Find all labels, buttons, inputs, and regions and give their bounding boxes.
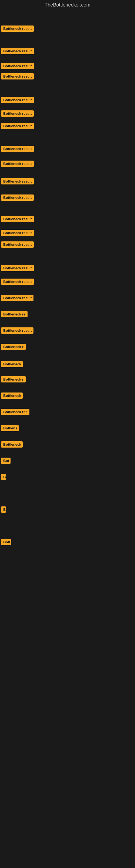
bottleneck-item: Bottleneck res — [1, 409, 30, 416]
bottleneck-item: Bottleneck result — [1, 63, 34, 70]
bottleneck-badge: B — [1, 474, 6, 480]
bottleneck-item: Bottleneck result — [1, 295, 34, 302]
bottleneck-badge: Bottleneck result — [1, 328, 34, 334]
bottleneck-item: Bottleneck result — [1, 26, 34, 33]
bottleneck-badge: Bottleneck result — [1, 241, 34, 248]
bottleneck-badge: Bottleneck result — [1, 230, 34, 236]
bottleneck-badge: Bottleneck result — [1, 26, 34, 32]
bottleneck-badge: Bottleneck result — [1, 279, 34, 285]
bottleneck-badge: Bottleneck result — [1, 97, 34, 103]
bottleneck-list: Bottleneck resultBottleneck resultBottle… — [0, 10, 135, 868]
bottleneck-badge: Bott — [1, 539, 11, 545]
bottleneck-badge: Bottleneck result — [1, 295, 34, 301]
bottleneck-item: B — [1, 506, 6, 514]
bottleneck-item: Bottleneck result — [1, 265, 34, 272]
bottleneck-item: Bottleneck result — [1, 194, 34, 202]
bottleneck-badge: Bottleneck result — [1, 194, 34, 201]
bottleneck-badge: Bottleneck re — [1, 311, 28, 317]
bottleneck-item: Bottleneck re — [1, 311, 28, 318]
bottleneck-badge: Bottleneck result — [1, 111, 34, 117]
bottleneck-item: Bottleneck result — [1, 48, 34, 55]
bottleneck-item: B — [1, 474, 6, 481]
bottleneck-item: Bottleneck result — [1, 146, 34, 153]
bottleneck-badge: Bottleneck result — [1, 178, 34, 184]
bottleneck-item: Bottleneck result — [1, 328, 34, 335]
bottleneck-badge: Bot — [1, 458, 10, 464]
bottleneck-badge: Bottleneck — [1, 441, 23, 447]
bottleneck-item: Bottleneck result — [1, 178, 34, 186]
bottleneck-badge: Bottleneck — [1, 393, 23, 399]
bottleneck-item: Bottleneck result — [1, 97, 34, 104]
bottleneck-badge: Bottleneck result — [1, 73, 34, 80]
bottleneck-badge: Bottleneck result — [1, 216, 34, 222]
bottleneck-item: Bottleneck — [1, 361, 23, 368]
bottleneck-badge: Bottleneck result — [1, 265, 34, 271]
bottleneck-badge: Bottleneck r — [1, 376, 26, 382]
bottleneck-badge: B — [1, 506, 6, 513]
bottleneck-badge: Bottleneck result — [1, 146, 34, 152]
site-header: TheBottlenecker.com — [0, 0, 135, 10]
site-title: TheBottlenecker.com — [45, 2, 90, 8]
bottleneck-item: Bottleneck result — [1, 230, 34, 237]
bottleneck-badge: Bottleneck result — [1, 63, 34, 69]
bottleneck-item: Bottleneck result — [1, 241, 34, 249]
bottleneck-badge: Bottleneck — [1, 361, 23, 367]
bottleneck-item: Bottleneck result — [1, 161, 34, 168]
bottleneck-badge: Bottleneck result — [1, 161, 34, 167]
bottleneck-badge: Bottleneck result — [1, 48, 34, 54]
bottleneck-item: Bottleneck result — [1, 111, 34, 118]
bottleneck-badge: Bottleneck res — [1, 409, 30, 415]
bottleneck-item: Bottleneck r — [1, 344, 26, 351]
bottleneck-badge: Bottleneck r — [1, 344, 26, 350]
bottleneck-item: Bottleneck r — [1, 376, 26, 383]
bottleneck-item: Bottleneck result — [1, 123, 34, 130]
bottleneck-item: Bott — [1, 539, 11, 546]
bottleneck-item: Bottleneck — [1, 393, 23, 400]
bottleneck-item: Bottleneck — [1, 441, 23, 448]
bottleneck-item: Bottlens — [1, 425, 18, 432]
bottleneck-badge: Bottleneck result — [1, 123, 34, 129]
bottleneck-badge: Bottlens — [1, 425, 18, 431]
bottleneck-item: Bottleneck result — [1, 216, 34, 223]
bottleneck-item: Bottleneck result — [1, 73, 34, 81]
bottleneck-item: Bot — [1, 458, 10, 465]
bottleneck-item: Bottleneck result — [1, 279, 34, 286]
